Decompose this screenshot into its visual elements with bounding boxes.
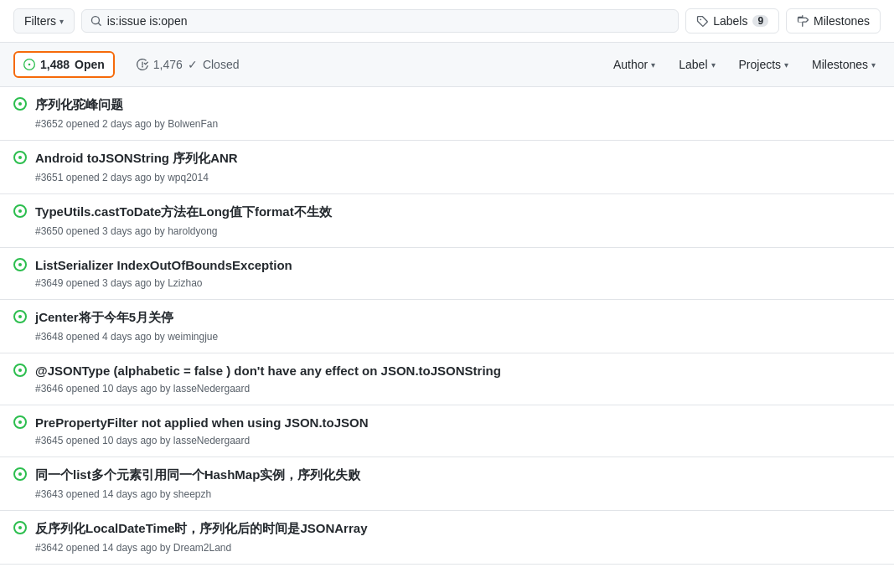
issues-header-right: Author ▾ Label ▾ Projects ▾ Milestones ▾: [608, 54, 881, 75]
issues-header-left: 1,488 Open 1,476 ✓ Closed: [13, 51, 608, 78]
open-issue-status-icon: [13, 258, 27, 271]
milestones-filter-label: Milestones: [812, 58, 868, 71]
issue-meta: #3649 opened 3 days ago by Lzizhao: [35, 277, 203, 289]
issue-title[interactable]: Android toJSONString 序列化ANR: [35, 151, 881, 167]
issue-meta: #3651 opened 2 days ago by wpq2014: [35, 172, 209, 183]
issue-meta: #3643 opened 14 days ago by sheepzh: [35, 488, 211, 500]
tag-icon: [696, 15, 708, 27]
open-issue-status-icon: [13, 364, 27, 377]
projects-label: Projects: [739, 58, 782, 71]
issue-meta: #3645 opened 10 days ago by lasseNederga…: [35, 435, 250, 446]
issue-title[interactable]: jCenter将于今年5月关停: [35, 310, 881, 326]
issue-meta: #3650 opened 3 days ago by haroldyong: [35, 225, 218, 237]
issue-content: TypeUtils.castToDate方法在Long值下format不生效 #…: [35, 204, 881, 237]
issue-title[interactable]: 反序列化LocalDateTime时，序列化后的时间是JSONArray: [35, 521, 881, 537]
table-row: Android toJSONString 序列化ANR #3651 opened…: [0, 141, 894, 194]
issue-list: 序列化驼峰问题 #3652 opened 2 days ago by Bolwe…: [0, 87, 894, 565]
issue-meta: #3652 opened 2 days ago by BolwenFan: [35, 118, 218, 130]
closed-issues-button[interactable]: 1,476 ✓ Closed: [128, 53, 248, 76]
labels-label: Labels: [713, 14, 747, 28]
milestones-button[interactable]: Milestones: [786, 8, 881, 34]
issue-content: ListSerializer IndexOutOfBoundsException…: [35, 258, 881, 289]
milestones-chevron-icon: ▾: [871, 60, 876, 70]
table-row: PrePropertyFilter not applied when using…: [0, 405, 894, 457]
table-row: @JSONType (alphabetic = false ) don't ha…: [0, 353, 894, 405]
open-issue-status-icon: [13, 151, 27, 164]
issue-meta: #3646 opened 10 days ago by lasseNederga…: [35, 383, 250, 395]
open-issue-status-icon: [13, 467, 27, 481]
table-row: TypeUtils.castToDate方法在Long值下format不生效 #…: [0, 194, 894, 248]
closed-count: 1,476: [153, 58, 183, 71]
open-issue-status-icon: [13, 521, 27, 534]
issue-content: Android toJSONString 序列化ANR #3651 opened…: [35, 151, 881, 183]
search-bar: [81, 9, 679, 33]
labels-button[interactable]: Labels 9: [685, 8, 779, 34]
issue-content: jCenter将于今年5月关停 #3648 opened 4 days ago …: [35, 310, 881, 343]
author-chevron-icon: ▾: [651, 60, 655, 70]
label-chevron-icon: ▾: [711, 60, 716, 70]
search-input[interactable]: [107, 14, 669, 28]
table-row: jCenter将于今年5月关停 #3648 opened 4 days ago …: [0, 300, 894, 353]
issues-header: 1,488 Open 1,476 ✓ Closed Author ▾ Label…: [0, 43, 894, 87]
open-count: 1,488: [40, 58, 70, 71]
table-row: ListSerializer IndexOutOfBoundsException…: [0, 248, 894, 300]
filters-label: Filters: [24, 14, 56, 28]
issue-title[interactable]: TypeUtils.castToDate方法在Long值下format不生效: [35, 204, 881, 220]
open-issue-status-icon: [13, 97, 27, 111]
issue-meta: #3642 opened 14 days ago by Dream2Land: [35, 542, 231, 554]
filters-chevron-icon: ▾: [59, 17, 64, 26]
check-icon: ✓: [188, 58, 198, 71]
closed-label: Closed: [203, 58, 240, 71]
table-row: 序列化驼峰问题 #3652 opened 2 days ago by Bolwe…: [0, 87, 894, 141]
open-issue-status-icon: [13, 204, 27, 218]
milestones-dropdown[interactable]: Milestones ▾: [807, 54, 881, 75]
issue-title[interactable]: 同一个list多个元素引用同一个HashMap实例，序列化失败: [35, 467, 881, 483]
projects-chevron-icon: ▾: [784, 60, 788, 70]
open-label: Open: [75, 58, 105, 71]
table-row: 反序列化LocalDateTime时，序列化后的时间是JSONArray #36…: [0, 511, 894, 565]
open-issue-icon: [23, 59, 35, 70]
issue-content: 反序列化LocalDateTime时，序列化后的时间是JSONArray #36…: [35, 521, 881, 554]
issue-content: PrePropertyFilter not applied when using…: [35, 415, 881, 446]
open-issue-status-icon: [13, 415, 27, 429]
author-dropdown[interactable]: Author ▾: [608, 54, 660, 75]
issue-title[interactable]: 序列化驼峰问题: [35, 97, 881, 113]
projects-dropdown[interactable]: Projects ▾: [734, 54, 794, 75]
author-label: Author: [613, 58, 648, 71]
search-icon: [90, 15, 102, 27]
labels-badge: 9: [752, 15, 768, 27]
table-row: 同一个list多个元素引用同一个HashMap实例，序列化失败 #3643 op…: [0, 457, 894, 511]
issue-meta: #3648 opened 4 days ago by weimingjue: [35, 331, 218, 343]
issue-title[interactable]: @JSONType (alphabetic = false ) don't ha…: [35, 364, 881, 378]
label-label: Label: [679, 58, 707, 71]
issue-title[interactable]: PrePropertyFilter not applied when using…: [35, 415, 881, 430]
open-issues-button[interactable]: 1,488 Open: [13, 51, 115, 78]
toolbar: Filters ▾ Labels 9 Milestones: [0, 0, 894, 43]
issue-title[interactable]: ListSerializer IndexOutOfBoundsException: [35, 258, 881, 272]
issue-content: 序列化驼峰问题 #3652 opened 2 days ago by Bolwe…: [35, 97, 881, 130]
filters-button[interactable]: Filters ▾: [13, 8, 75, 34]
open-issue-status-icon: [13, 310, 27, 323]
closed-issue-icon: [137, 59, 148, 70]
issue-content: @JSONType (alphabetic = false ) don't ha…: [35, 364, 881, 395]
issue-content: 同一个list多个元素引用同一个HashMap实例，序列化失败 #3643 op…: [35, 467, 881, 500]
milestone-icon: [797, 15, 809, 27]
milestones-label: Milestones: [814, 14, 870, 28]
label-dropdown[interactable]: Label ▾: [674, 54, 720, 75]
